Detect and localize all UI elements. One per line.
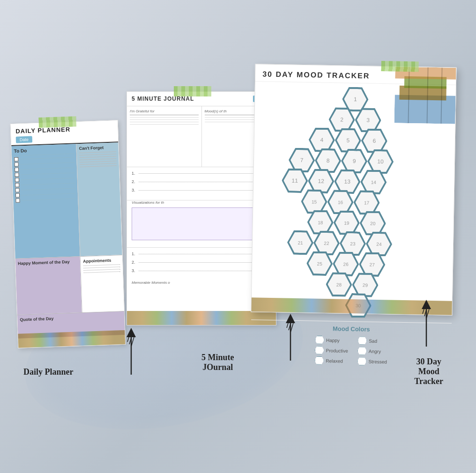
mood-sad: Sad — [357, 336, 387, 345]
hex-20: 20 — [360, 212, 385, 235]
hex-16: 16 — [328, 191, 353, 214]
hex-18: 18 — [308, 211, 333, 234]
arrow-daily-planner-svg — [117, 328, 155, 384]
j-grateful-section: I'm Grateful for — [127, 106, 202, 167]
line — [21, 198, 75, 200]
dp-date-row: Date — [16, 133, 113, 143]
checkbox-4[interactable] — [15, 173, 19, 177]
label-daily-planner: Daily Planner — [23, 367, 74, 377]
checkbox-8[interactable] — [15, 193, 20, 198]
hex-12: 12 — [309, 170, 334, 192]
tape-journal — [174, 86, 211, 96]
mood-stressed: Stressed — [357, 357, 387, 366]
checkbox-9[interactable] — [15, 199, 20, 203]
line — [20, 162, 74, 164]
cf-line-7 — [80, 165, 117, 167]
mood-hex-angry — [357, 347, 367, 355]
cf-line-2 — [79, 154, 116, 155]
dp-cf-header: Can't Forget — [79, 145, 116, 151]
tape-daily-planner — [38, 116, 76, 128]
hex-10: 10 — [368, 150, 393, 173]
line — [21, 177, 75, 180]
cf-line-6 — [80, 163, 117, 165]
label-journal: 5 Minute JOurnal — [201, 353, 234, 372]
books-svg — [394, 67, 456, 124]
mood-angry-label: Angry — [369, 348, 381, 354]
hex-15: 15 — [302, 190, 327, 213]
dp-date-box: Date — [16, 136, 32, 143]
cf-line-3 — [79, 156, 116, 158]
hex-5: 5 — [335, 129, 360, 152]
line — [21, 183, 75, 185]
hex-1: 1 — [343, 88, 368, 111]
dp-todo-header: To Do — [14, 146, 74, 153]
dp-todo-section: To Do — [11, 144, 80, 259]
hex-11: 11 — [283, 169, 307, 192]
mood-happy: Happy — [315, 336, 349, 345]
cf-line-1 — [79, 151, 116, 153]
mood-col-right: Sad Angry Stressed — [357, 336, 387, 366]
j-lower-num-label-2: 2. — [132, 260, 136, 265]
j-line-3 — [130, 122, 199, 122]
checkbox-1[interactable] — [14, 157, 18, 162]
j-lower-num-label-1: 1. — [132, 251, 136, 256]
checkbox-7[interactable] — [15, 188, 20, 192]
dp-appointments-section: Appointments — [80, 255, 124, 312]
hex-22: 22 — [314, 232, 339, 255]
dp-appt-line-1 — [83, 264, 120, 266]
label-journal-line2: JOurnal — [202, 362, 233, 372]
j-memorable-label: Memorable Moments o — [132, 281, 271, 285]
mood-hex-sad — [357, 336, 367, 345]
checkbox-3[interactable] — [15, 168, 19, 172]
line — [21, 193, 75, 195]
mood-happy-label: Happy — [326, 338, 340, 343]
mood-sad-label: Sad — [369, 338, 377, 343]
arrow-journal-svg — [276, 314, 314, 370]
hex-28: 28 — [327, 273, 351, 296]
dp-appt-header: Appointments — [83, 258, 120, 264]
dp-happy-header: Happy Moment of the Day — [18, 259, 78, 266]
j-line-1 — [130, 117, 199, 118]
mood-productive-label: Productive — [326, 348, 348, 354]
hex-13: 13 — [335, 170, 360, 193]
mood-productive: Productive — [314, 346, 348, 355]
cf-line-4 — [79, 158, 116, 160]
dp-cant-forget-section: Can't Forget — [76, 142, 122, 256]
j-line-4 — [130, 124, 199, 125]
dp-appt-line-4 — [83, 271, 120, 273]
mood-hex-productive — [314, 346, 324, 355]
hex-25: 25 — [307, 252, 332, 275]
j-line-2 — [130, 119, 199, 120]
hex-23: 23 — [341, 232, 365, 255]
cf-line-5 — [80, 161, 117, 163]
hex-21: 21 — [288, 231, 313, 254]
hex-29: 29 — [353, 273, 378, 296]
hex-4: 4 — [309, 128, 334, 151]
mood-angry: Angry — [357, 347, 387, 355]
line — [20, 172, 74, 175]
j-num-3: 3. — [132, 188, 136, 192]
daily-planner-card: DAILY PLANNER Date To Do Can't Forget — [10, 120, 126, 348]
arrow-mood-tracker-svg — [412, 300, 450, 356]
label-mt-line2: Mood — [418, 367, 439, 376]
checkbox-5[interactable] — [15, 178, 19, 182]
mood-hex-relaxed — [314, 356, 324, 365]
label-journal-line1: 5 Minute — [201, 353, 234, 362]
hex-26: 26 — [334, 252, 358, 275]
line — [21, 188, 75, 190]
checkbox-6[interactable] — [15, 183, 19, 187]
dp-appt-line-3 — [83, 269, 120, 271]
hex-27: 27 — [360, 253, 385, 276]
svg-marker-13 — [286, 314, 295, 323]
hex-8: 8 — [316, 149, 341, 172]
mood-hex-happy — [315, 336, 324, 344]
j-num-2: 2. — [132, 179, 136, 184]
j-grateful-label: I'm Grateful for — [130, 109, 199, 115]
checkbox-2[interactable] — [15, 163, 19, 167]
svg-marker-8 — [126, 328, 136, 337]
line — [20, 157, 74, 159]
hex-14: 14 — [361, 170, 386, 193]
mood-col-left: Happy Productive Relaxed — [314, 336, 348, 365]
j-title: 5 MINUTE JOURNAL — [132, 96, 253, 102]
mood-hex-stressed — [357, 357, 366, 365]
